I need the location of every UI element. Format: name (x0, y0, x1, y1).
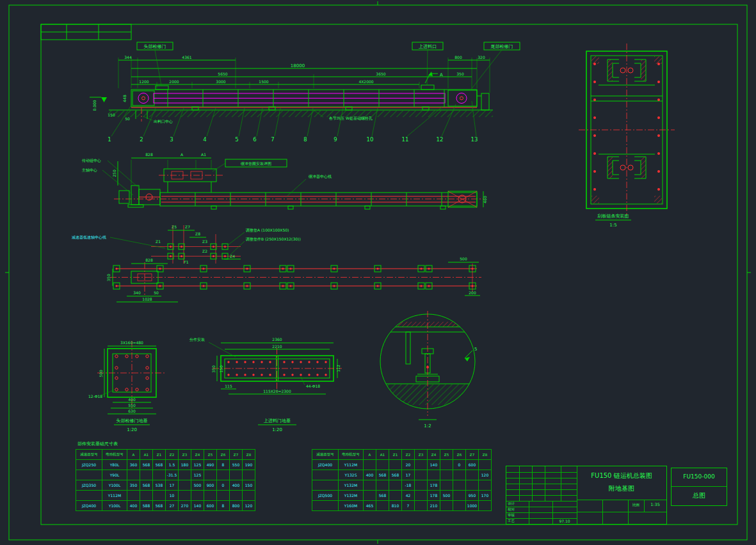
column-header: Z7 (466, 450, 479, 460)
holes-label: 44-Φ18 (306, 384, 320, 388)
table-cell (376, 480, 389, 491)
table-cell: 120 (243, 501, 255, 511)
table-cell (364, 480, 376, 491)
table-cell (217, 470, 230, 480)
detail-caption: 上进料门地基 (264, 418, 291, 423)
table-cell (153, 470, 166, 480)
dim-label: 3X160=480 (120, 340, 143, 345)
dim-label: A (181, 152, 184, 157)
table-row: Y160M46581072101000 (312, 501, 492, 511)
table-cell (389, 491, 402, 501)
dim-label: 350 (211, 365, 216, 373)
table-cell: 170 (479, 491, 492, 501)
dim-label: 460 (483, 196, 487, 203)
table-cell: Y112M (339, 460, 364, 470)
dim-label: 50 (125, 116, 130, 121)
dim-label: 550 (128, 403, 136, 407)
drawing-title-line1: FU150 链运机总装图 (577, 471, 666, 480)
dim-label: Z8 (195, 232, 200, 236)
table-cell: 538 (153, 480, 166, 491)
dim-label: 50 (154, 290, 159, 295)
table-cell: Y132M (339, 480, 364, 491)
table-cell (453, 501, 466, 511)
dim-label: 350 (106, 274, 111, 281)
table-cell (440, 501, 453, 511)
table-cell (466, 480, 479, 491)
table-row: JZQ400Y112M201400600 (312, 460, 492, 470)
callout-feed-inlet: 上进料口 (419, 44, 437, 49)
table-cell: 350 (127, 480, 140, 491)
column-header: A1 (376, 450, 389, 460)
holes-label: 12-Φ18 (88, 394, 102, 399)
dim-label: 115 (225, 384, 232, 388)
table-cell (191, 491, 204, 501)
balloon-number: 13 (471, 136, 478, 143)
balloon-number: 3 (170, 136, 173, 143)
table-cell (389, 480, 402, 491)
table-cell: JZQ400 (76, 501, 102, 511)
table-cell (312, 480, 339, 491)
column-header: Z4 (191, 450, 204, 460)
dim-label: 2210 (272, 344, 282, 349)
balloon-number: 9 (334, 136, 337, 143)
column-header: Z6 (453, 450, 466, 460)
scale-value: 1:35 (645, 502, 666, 507)
table-header-row: 减速器型号电动机型号AA1Z1Z2Z3Z4Z5Z6Z7Z8 (76, 450, 255, 460)
table-cell: 360 (127, 460, 140, 470)
table-row: JZQ250Y80L3605685681.51801254908550190 (76, 460, 255, 470)
label-reducer-axis: 减速器低速轴中心线 (72, 235, 106, 240)
table-cell: Y112M (102, 491, 127, 501)
dim-label: 250 (112, 170, 117, 177)
callout-head-door: 头部检修门 (144, 44, 166, 49)
table-cell: Y80L (102, 460, 127, 470)
table-cell: 500 (191, 480, 204, 491)
dim-label: 630 (128, 409, 136, 413)
table-cell (312, 501, 339, 511)
table-cell (415, 460, 428, 470)
balloon-number: 4 (203, 136, 206, 143)
table-cell: 17 (402, 470, 415, 480)
table-cell: JZQ500 (312, 491, 339, 501)
label-shim-b: 调整垫件B (250X150X12(30)) (245, 237, 301, 242)
side-assembly-view: 828 A A1 250 460 传动链中心 主轴中心 缓冲垫圈安装详图 缓冲器… (82, 152, 487, 209)
column-header: 减速器型号 (312, 450, 339, 460)
table-cell: 490 (204, 460, 217, 470)
dim-label: 500 (460, 257, 467, 261)
dim-label: 4X2000 (358, 79, 373, 84)
dim-label: 350 (456, 72, 464, 76)
table-cell: 465 (364, 501, 376, 511)
table-cell: JZQ250 (76, 460, 102, 470)
dim-label: 5650 (218, 72, 227, 76)
table-header-row: 减速器型号电动机型号AA1Z1Z2Z3Z4Z5Z6Z7Z8 (312, 450, 492, 460)
table-cell: 0 (453, 460, 466, 470)
table-cell: JZQ350 (76, 480, 102, 491)
sign-row-label: 审核 (508, 513, 528, 517)
table-cell (479, 480, 492, 491)
balloon-number: 12 (437, 136, 444, 143)
table-cell: -31.5 (166, 470, 179, 480)
dim-label: 320 (478, 55, 485, 59)
detail-caption: 头部检修门地基 (117, 418, 148, 423)
column-header: Z1 (153, 450, 166, 460)
detail-scale: 1:20 (127, 427, 137, 432)
label-drive-chain-center: 传动链中心 (82, 158, 101, 163)
table-cell: 810 (389, 501, 402, 511)
table-cell: 568 (140, 480, 153, 491)
column-header: A (364, 450, 376, 460)
table-cell: 550 (230, 460, 243, 470)
dim-label: 1500 (259, 79, 268, 84)
sign-row-label: 校对 (508, 507, 528, 512)
table-cell (466, 470, 479, 480)
table-row: Y132S40056856817120 (312, 470, 492, 480)
dim-label: 18000 (291, 63, 305, 68)
drawing-number-box: FU150-000 总图 (671, 468, 727, 506)
anchor-bolt-detail: 5 1:2 (380, 311, 477, 429)
table-cell: 1.5 (166, 460, 179, 470)
drawing-title-line2: 附地基图 (577, 484, 666, 493)
column-header: 电动机型号 (339, 450, 364, 460)
table-cell: 270 (179, 501, 191, 511)
detail-scale: 1:20 (272, 427, 282, 432)
label-shim-a: 调整垫A (100X100X50) (245, 228, 289, 233)
table-cell: Y100L (102, 501, 127, 511)
table-cell: 600 (204, 501, 217, 511)
